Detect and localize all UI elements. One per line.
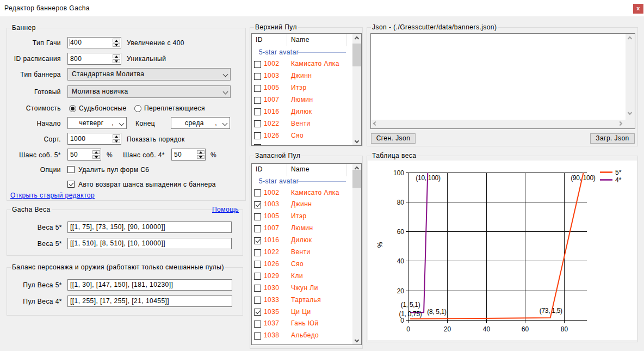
svg-text:20: 20 (397, 287, 405, 295)
svg-text:4*: 4* (615, 176, 622, 184)
svg-text:60: 60 (397, 228, 405, 236)
svg-text:%: % (376, 242, 384, 248)
svg-text:40: 40 (397, 257, 405, 265)
svg-text:20: 20 (444, 325, 451, 333)
svg-text:40: 40 (483, 325, 491, 333)
svg-text:(1, 5,1): (1, 5,1) (401, 301, 420, 309)
svg-text:(10, 100): (10, 100) (416, 174, 441, 182)
svg-text:(90, 100): (90, 100) (571, 174, 596, 182)
svg-text:80: 80 (561, 325, 568, 333)
svg-text:(1, 0,75): (1, 0,75) (399, 310, 422, 318)
svg-text:60: 60 (522, 325, 529, 333)
svg-text:(73, 1,5): (73, 1,5) (540, 307, 562, 315)
svg-text:(8, 5,1): (8, 5,1) (427, 308, 447, 316)
svg-text:5*: 5* (615, 169, 622, 176)
svg-text:0: 0 (406, 325, 410, 333)
svg-text:80: 80 (397, 199, 405, 206)
svg-text:100: 100 (393, 169, 404, 177)
